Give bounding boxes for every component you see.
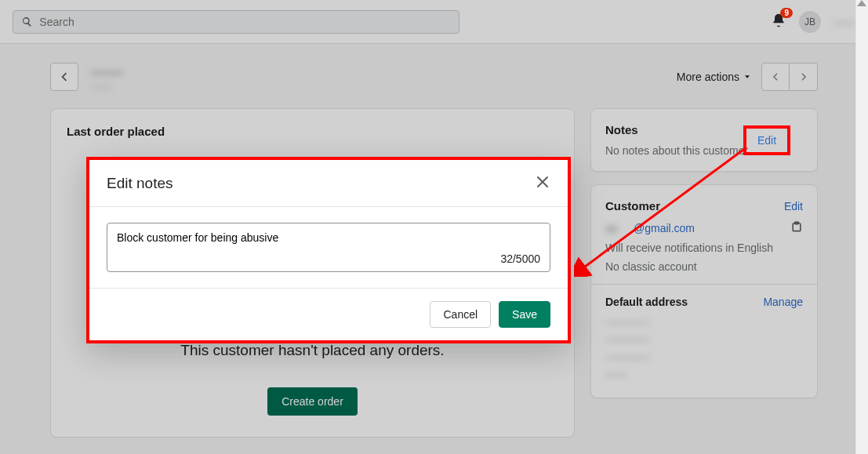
notes-edit-link[interactable]: Edit (757, 134, 776, 147)
edit-notes-modal: Edit notes 32/5000 Cancel Save (86, 157, 571, 343)
close-icon (535, 174, 550, 190)
note-input-wrapper: 32/5000 (107, 223, 550, 272)
scrollbar[interactable] (855, 0, 868, 454)
char-counter: 32/5000 (117, 252, 540, 265)
notifications-button[interactable]: 9 (771, 13, 786, 31)
modal-title: Edit notes (107, 175, 173, 192)
page-title: —— (91, 63, 122, 81)
page-subtitle: —— (91, 81, 122, 93)
address-block: —————————————— (605, 313, 803, 383)
username: —— (833, 16, 855, 28)
modal-close-button[interactable] (535, 174, 550, 192)
scroll-up-arrow-icon (857, 0, 866, 6)
notification-badge: 9 (780, 8, 793, 18)
annotation-edit-highlight: Edit (743, 125, 790, 155)
save-button[interactable]: Save (499, 301, 550, 328)
note-textarea[interactable] (117, 231, 540, 247)
cancel-button[interactable]: Cancel (430, 301, 491, 328)
